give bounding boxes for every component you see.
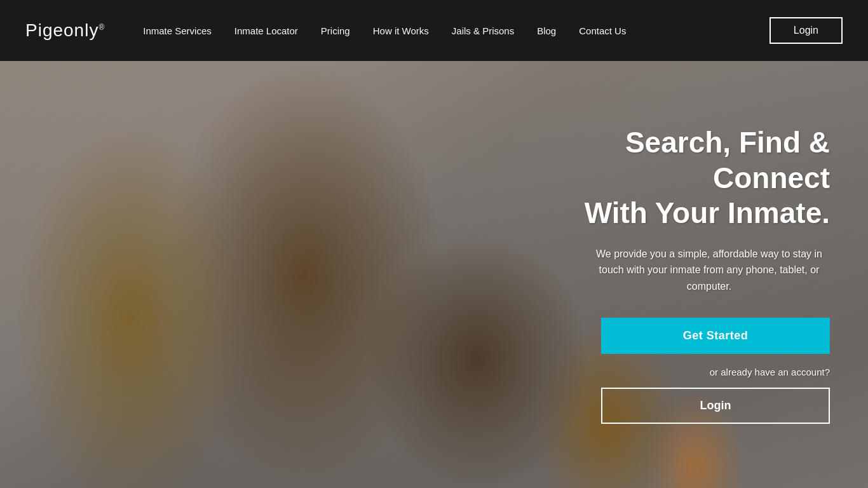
navbar: Pigeonly® Inmate Services Inmate Locator… bbox=[0, 0, 868, 61]
hero-subtitle: We provide you a simple, affordable way … bbox=[588, 246, 830, 295]
nav-links: Inmate Services Inmate Locator Pricing H… bbox=[143, 25, 770, 36]
hero-title-line1: Search, Find & bbox=[625, 126, 830, 159]
nav-blog[interactable]: Blog bbox=[537, 25, 556, 36]
hero-section: Search, Find & Connect With Your Inmate.… bbox=[0, 61, 868, 488]
logo-registered: ® bbox=[98, 23, 105, 32]
nav-jails-prisons[interactable]: Jails & Prisons bbox=[452, 25, 514, 36]
logo-text: Pigeonly bbox=[25, 20, 98, 40]
already-account-text: or already have an account? bbox=[710, 367, 830, 377]
nav-inmate-locator[interactable]: Inmate Locator bbox=[234, 25, 298, 36]
nav-pricing[interactable]: Pricing bbox=[321, 25, 350, 36]
get-started-button[interactable]: Get Started bbox=[601, 318, 830, 354]
hero-title-line3: With Your Inmate. bbox=[585, 196, 830, 229]
nav-inmate-services[interactable]: Inmate Services bbox=[143, 25, 212, 36]
hero-content: Search, Find & Connect With Your Inmate.… bbox=[563, 61, 868, 488]
brand-logo[interactable]: Pigeonly® bbox=[25, 20, 105, 41]
hero-title-line2: Connect bbox=[713, 161, 830, 194]
hero-login-button[interactable]: Login bbox=[601, 388, 830, 424]
nav-how-it-works[interactable]: How it Works bbox=[373, 25, 429, 36]
nav-login-button[interactable]: Login bbox=[770, 17, 843, 44]
hero-title: Search, Find & Connect With Your Inmate. bbox=[585, 125, 830, 231]
nav-contact-us[interactable]: Contact Us bbox=[579, 25, 626, 36]
